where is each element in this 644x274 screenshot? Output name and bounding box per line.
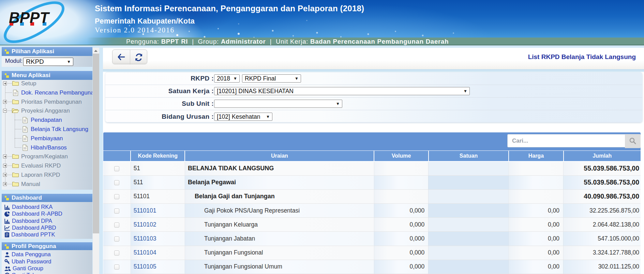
svg-text:BPPT: BPPT — [9, 9, 50, 26]
